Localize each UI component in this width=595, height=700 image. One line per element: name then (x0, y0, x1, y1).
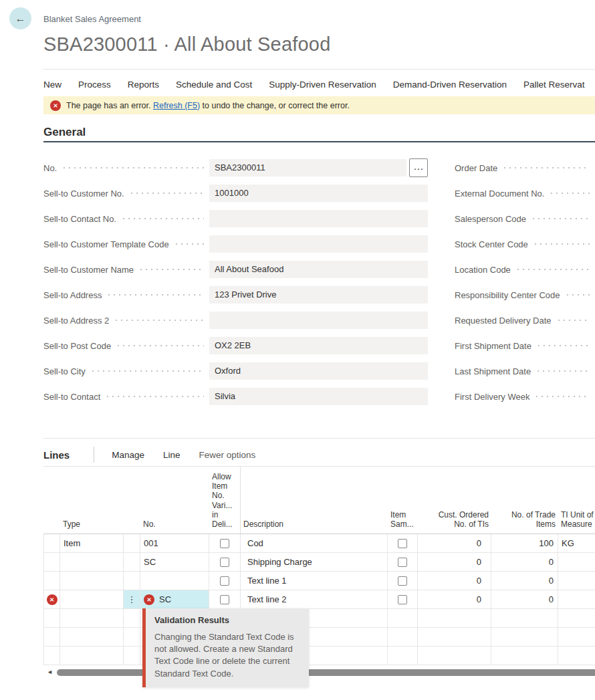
field-input[interactable]: All About Seafood (209, 261, 428, 278)
error-banner-text: The page has an error. Refresh (F5) to u… (66, 101, 350, 110)
field-input[interactable]: Oxford (209, 362, 428, 380)
scroll-left-arrow[interactable]: ◄ (47, 669, 53, 675)
cell-no-of-trade-items[interactable]: 0 (491, 572, 558, 590)
action-bar-item[interactable]: Schedule and Cost (176, 80, 252, 90)
cell-cust-ordered-no-of-tis[interactable]: 0 (418, 572, 491, 590)
action-bar-item[interactable]: Process (78, 80, 111, 90)
cell-cust-ordered-no-of-tis[interactable] (418, 647, 491, 665)
cell-row-indicator[interactable] (124, 572, 140, 590)
cell-row-indicator[interactable] (124, 609, 140, 627)
cell-description[interactable]: Text line 1 (241, 572, 388, 590)
column-header-ti-unit-of-measure[interactable]: TI Unit of Measure (558, 467, 595, 534)
cell-ti-unit-of-measure[interactable] (558, 609, 595, 627)
cell-row-indicator[interactable]: ⋮ (124, 590, 140, 608)
cell-allow-item-no-variation[interactable] (209, 553, 241, 571)
cell-no-of-trade-items[interactable]: 100 (491, 534, 558, 552)
field-input[interactable]: Silvia (209, 388, 428, 405)
cell-item-sample[interactable] (388, 609, 418, 627)
column-header-no-of-trade-items[interactable]: No. of Trade Items (491, 467, 558, 534)
cell-type[interactable] (60, 628, 124, 646)
field-label: Sell-to Address (43, 290, 102, 300)
cell-description[interactable]: Text line 2 (241, 590, 388, 608)
cell-row-indicator[interactable] (124, 628, 140, 646)
cell-no-of-trade-items[interactable]: 0 (491, 553, 558, 571)
cell-item-sample[interactable] (388, 647, 418, 665)
cell-ti-unit-of-measure[interactable] (558, 647, 595, 665)
checkbox[interactable] (398, 576, 407, 586)
cell-ti-unit-of-measure[interactable] (558, 628, 595, 646)
field-input[interactable]: OX2 2EB (209, 337, 428, 354)
cell-row-indicator[interactable] (124, 534, 140, 552)
lines-menu-item[interactable]: Manage (112, 450, 144, 460)
assist-edit-button[interactable]: ··· (409, 158, 428, 177)
cell-allow-item-no-variation[interactable] (209, 572, 241, 590)
cell-type[interactable]: Item (60, 534, 124, 552)
cell-no-of-trade-items[interactable]: 0 (491, 590, 558, 608)
action-bar-item[interactable]: Demand-Driven Reservation (393, 80, 507, 90)
cell-item-sample[interactable] (388, 590, 418, 608)
column-header-item-sample[interactable]: Item Sam... (388, 467, 418, 534)
cell-cust-ordered-no-of-tis[interactable]: 0 (418, 590, 491, 608)
horizontal-scrollbar-thumb[interactable] (57, 669, 595, 676)
cell-ti-unit-of-measure[interactable] (558, 572, 595, 590)
column-header-no[interactable]: No. (140, 467, 209, 534)
cell-cust-ordered-no-of-tis[interactable]: 0 (418, 553, 491, 571)
dotted-leader (565, 294, 590, 296)
refresh-link[interactable]: Refresh (F5) (153, 101, 200, 110)
checkbox[interactable] (220, 595, 229, 604)
column-header-description[interactable]: Description (241, 467, 388, 534)
cell-no[interactable]: 001 (140, 534, 209, 552)
action-bar-item[interactable]: Reports (128, 80, 159, 90)
cell-allow-item-no-variation[interactable] (209, 590, 241, 608)
action-bar-item[interactable]: Pallet Reservat (523, 80, 585, 90)
field-input[interactable]: SBA2300011 (209, 159, 406, 177)
lines-menu-item[interactable]: Line (163, 450, 181, 460)
cell-row-indicator[interactable] (124, 553, 140, 571)
cell-ti-unit-of-measure[interactable] (558, 590, 595, 608)
cell-item-sample[interactable] (388, 534, 418, 552)
cell-cust-ordered-no-of-tis[interactable]: 0 (418, 534, 491, 552)
cell-no-of-trade-items[interactable] (491, 628, 558, 646)
lines-menu-item[interactable]: Fewer options (199, 450, 256, 460)
checkbox[interactable] (398, 595, 407, 604)
cell-no[interactable]: ✕SC (140, 590, 209, 608)
checkbox[interactable] (398, 558, 407, 567)
column-header-allow-item-no-variation[interactable]: Allow Item No. Vari... in Deli... (209, 467, 241, 534)
field-input[interactable] (209, 312, 428, 329)
cell-type[interactable] (60, 609, 124, 627)
field-input[interactable] (209, 210, 428, 227)
checkbox[interactable] (220, 558, 229, 567)
cell-no[interactable] (140, 572, 209, 590)
checkbox[interactable] (220, 539, 229, 548)
cell-no[interactable]: SC (140, 553, 209, 571)
action-bar-item[interactable]: New (43, 80, 62, 90)
cell-type[interactable] (60, 647, 124, 665)
field-input[interactable]: 1001000 (209, 185, 428, 202)
checkbox[interactable] (398, 539, 407, 548)
action-bar-item[interactable]: Supply-Driven Reservation (269, 80, 376, 90)
cell-row-indicator[interactable] (124, 647, 140, 665)
field-input[interactable] (209, 235, 428, 253)
cell-cust-ordered-no-of-tis[interactable] (418, 609, 491, 627)
field-input[interactable]: 123 Privet Drive (209, 286, 428, 304)
column-header-type[interactable]: Type (60, 467, 124, 534)
checkbox[interactable] (220, 576, 229, 586)
cell-item-sample[interactable] (388, 628, 418, 646)
cell-description[interactable]: Cod (241, 534, 388, 552)
dotted-leader (536, 345, 590, 346)
cell-ti-unit-of-measure[interactable] (558, 553, 595, 571)
cell-ti-unit-of-measure[interactable]: KG (558, 534, 595, 552)
cell-type[interactable] (60, 553, 124, 571)
cell-type[interactable] (60, 572, 124, 590)
column-header-cust-ordered-no-of-tis[interactable]: Cust. Ordered No. of TIs (418, 467, 491, 534)
cell-no-of-trade-items[interactable] (491, 647, 558, 665)
cell-description[interactable]: Shipping Charge (241, 553, 388, 571)
back-button[interactable]: ← (9, 7, 31, 29)
cell-item-sample[interactable] (388, 572, 418, 590)
general-section-heading[interactable]: General (43, 126, 86, 139)
cell-allow-item-no-variation[interactable] (209, 534, 241, 552)
cell-item-sample[interactable] (388, 553, 418, 571)
cell-type[interactable] (60, 590, 124, 608)
cell-cust-ordered-no-of-tis[interactable] (418, 628, 491, 646)
cell-no-of-trade-items[interactable] (491, 609, 558, 627)
